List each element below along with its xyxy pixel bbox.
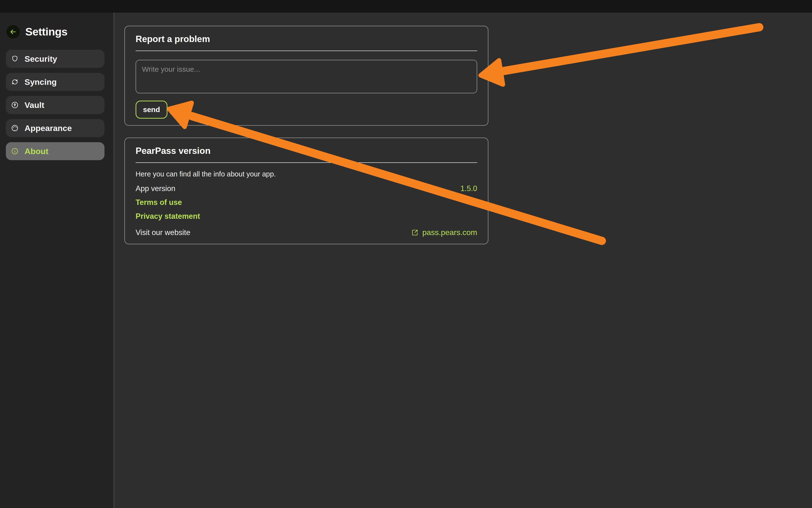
issue-textarea[interactable]	[136, 60, 477, 93]
sidebar-item-label: Syncing	[25, 77, 57, 87]
sidebar-header: Settings	[6, 25, 67, 39]
version-description: Here you can find all the info about you…	[136, 170, 477, 178]
info-icon	[11, 147, 19, 155]
sidebar: Settings Security	[0, 13, 114, 508]
settings-page: Settings Security	[0, 0, 812, 508]
version-card: PearPass version Here you can find all t…	[124, 137, 488, 244]
divider	[136, 50, 477, 51]
sidebar-item-label: About	[25, 146, 48, 156]
privacy-statement-link[interactable]: Privacy statement	[136, 212, 200, 221]
terms-of-use-link[interactable]: Terms of use	[136, 198, 182, 207]
sidebar-item-syncing[interactable]: Syncing	[6, 73, 104, 91]
back-button[interactable]	[6, 25, 20, 39]
sidebar-item-appearance[interactable]: Appearance	[6, 119, 104, 137]
website-label: Visit our website	[136, 228, 190, 237]
sidebar-item-vault[interactable]: Vault	[6, 96, 104, 114]
website-row: Visit our website pass.pears.com	[136, 228, 477, 237]
arrow-left-icon	[9, 28, 17, 36]
external-link-icon	[411, 228, 419, 237]
app-version-label: App version	[136, 184, 175, 193]
sidebar-nav: Security Syncing	[6, 50, 104, 165]
sidebar-item-label: Vault	[25, 100, 44, 110]
shield-icon	[11, 55, 19, 63]
report-problem-card: Report a problem send	[124, 26, 488, 126]
sync-icon	[11, 78, 19, 86]
app-version-value: 1.5.0	[460, 184, 477, 193]
annotation-arrow-to-textarea	[481, 27, 759, 85]
sidebar-item-security[interactable]: Security	[6, 50, 104, 68]
website-url: pass.pears.com	[422, 228, 477, 237]
sidebar-item-label: Security	[25, 54, 57, 64]
card-title: PearPass version	[136, 146, 477, 156]
divider	[136, 162, 477, 163]
window-titlebar	[0, 0, 812, 13]
palette-icon	[11, 124, 19, 132]
card-title: Report a problem	[136, 34, 477, 44]
keyhole-icon	[11, 101, 19, 109]
sidebar-item-label: Appearance	[25, 124, 72, 133]
website-link[interactable]: pass.pears.com	[411, 228, 477, 237]
app-version-row: App version 1.5.0	[136, 184, 477, 193]
page-title: Settings	[25, 26, 67, 38]
sidebar-item-about[interactable]: About	[6, 142, 104, 160]
send-button[interactable]: send	[136, 101, 168, 119]
